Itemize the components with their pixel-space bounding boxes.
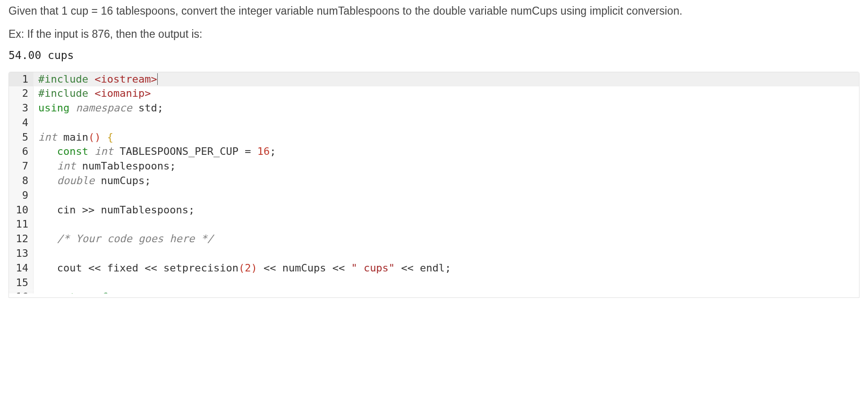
code-line[interactable]: 8 double numCups; xyxy=(9,174,859,188)
text-cursor-icon xyxy=(157,73,158,85)
example-intro: Ex: If the input is 876, then the output… xyxy=(9,28,859,41)
line-number: 14 xyxy=(9,261,34,276)
line-number: 16 xyxy=(9,290,34,297)
code-content[interactable] xyxy=(34,188,38,203)
code-line[interactable]: 12 /* Your code goes here */ xyxy=(9,232,859,246)
line-number: 9 xyxy=(9,188,34,203)
code-content[interactable]: const int TABLESPOONS_PER_CUP = 16; xyxy=(34,144,276,159)
code-content[interactable]: /* Your code goes here */ xyxy=(34,232,213,246)
code-line[interactable]: 16 return 0; xyxy=(9,290,859,297)
code-line[interactable]: 3 using namespace std; xyxy=(9,101,859,116)
code-content[interactable]: double numCups; xyxy=(34,174,151,188)
code-content[interactable] xyxy=(34,116,38,130)
code-editor[interactable]: 1 #include <iostream> 2 #include <iomani… xyxy=(9,72,859,298)
code-line[interactable]: 13 xyxy=(9,246,859,261)
line-number: 12 xyxy=(9,232,34,246)
line-number: 13 xyxy=(9,246,34,261)
code-line[interactable]: 11 xyxy=(9,217,859,232)
code-content[interactable]: cout << fixed << setprecision(2) << numC… xyxy=(34,261,451,276)
problem-description: Given that 1 cup = 16 tablespoons, conve… xyxy=(9,3,859,19)
code-content[interactable]: #include <iomanip> xyxy=(34,86,151,101)
code-content[interactable]: int numTablespoons; xyxy=(34,159,176,174)
code-content[interactable]: using namespace std; xyxy=(34,101,163,116)
code-line[interactable]: 9 xyxy=(9,188,859,203)
code-content[interactable]: int main() { xyxy=(34,130,113,145)
example-output: 54.00 cups xyxy=(9,49,859,61)
code-content[interactable] xyxy=(34,217,38,232)
code-line[interactable]: 2 #include <iomanip> xyxy=(9,86,859,101)
line-number: 1 xyxy=(9,72,34,87)
code-content[interactable] xyxy=(34,246,38,261)
line-number: 15 xyxy=(9,276,34,290)
line-number: 4 xyxy=(9,116,34,130)
line-number: 7 xyxy=(9,159,34,174)
line-number: 5 xyxy=(9,130,34,145)
code-line[interactable]: 6 const int TABLESPOONS_PER_CUP = 16; xyxy=(9,144,859,159)
code-line[interactable]: 15 xyxy=(9,276,859,290)
code-line[interactable]: 1 #include <iostream> xyxy=(9,72,859,87)
code-line[interactable]: 10 cin >> numTablespoons; xyxy=(9,203,859,218)
line-number: 3 xyxy=(9,101,34,116)
code-content[interactable]: return 0; xyxy=(34,290,113,297)
line-number: 2 xyxy=(9,86,34,101)
exercise-container: Given that 1 cup = 16 tablespoons, conve… xyxy=(0,0,868,298)
line-number: 10 xyxy=(9,203,34,218)
line-number: 11 xyxy=(9,217,34,232)
code-content[interactable]: #include <iostream> xyxy=(34,72,158,87)
code-line[interactable]: 4 xyxy=(9,116,859,130)
line-number: 8 xyxy=(9,174,34,188)
code-content[interactable]: cin >> numTablespoons; xyxy=(34,203,195,218)
code-content[interactable] xyxy=(34,276,38,290)
line-number: 6 xyxy=(9,144,34,159)
code-line[interactable]: 5 int main() { xyxy=(9,130,859,145)
code-line[interactable]: 7 int numTablespoons; xyxy=(9,159,859,174)
code-line[interactable]: 14 cout << fixed << setprecision(2) << n… xyxy=(9,261,859,276)
